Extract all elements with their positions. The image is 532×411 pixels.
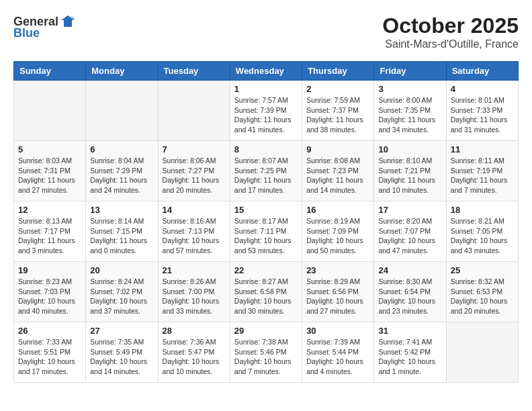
day-info: Sunrise: 8:07 AM Sunset: 7:25 PM Dayligh… (234, 156, 298, 195)
day-number: 8 (234, 144, 298, 154)
day-info: Sunrise: 7:39 AM Sunset: 5:44 PM Dayligh… (306, 337, 369, 377)
day-number: 14 (163, 205, 226, 215)
day-info: Sunrise: 8:04 AM Sunset: 7:29 PM Dayligh… (90, 156, 153, 195)
day-number: 2 (306, 84, 369, 94)
title-area: October 2025 Saint-Mars-d'Outille, Franc… (382, 13, 519, 50)
day-info: Sunrise: 8:24 AM Sunset: 7:02 PM Dayligh… (90, 277, 153, 316)
day-number: 7 (163, 144, 226, 154)
calendar-cell (14, 81, 86, 141)
calendar-table: SundayMondayTuesdayWednesdayThursdayFrid… (13, 61, 519, 383)
calendar-cell (158, 81, 230, 141)
calendar-cell: 24Sunrise: 8:30 AM Sunset: 6:54 PM Dayli… (374, 262, 446, 322)
day-info: Sunrise: 8:23 AM Sunset: 7:03 PM Dayligh… (18, 277, 81, 316)
day-number: 30 (306, 326, 369, 336)
day-info: Sunrise: 8:26 AM Sunset: 7:00 PM Dayligh… (163, 277, 226, 316)
day-number: 20 (90, 265, 153, 275)
calendar-cell (446, 322, 518, 383)
logo-blue: Blue (13, 27, 40, 39)
calendar-cell: 6Sunrise: 8:04 AM Sunset: 7:29 PM Daylig… (86, 141, 158, 201)
calendar-cell: 13Sunrise: 8:14 AM Sunset: 7:15 PM Dayli… (86, 201, 158, 262)
calendar-cell: 9Sunrise: 8:08 AM Sunset: 7:23 PM Daylig… (302, 141, 374, 201)
day-number: 27 (90, 326, 153, 336)
weekday-header-monday: Monday (86, 62, 158, 81)
calendar-cell (86, 81, 158, 141)
day-info: Sunrise: 8:10 AM Sunset: 7:21 PM Dayligh… (378, 156, 441, 195)
calendar-cell: 27Sunrise: 7:35 AM Sunset: 5:49 PM Dayli… (86, 322, 158, 383)
header: General Blue October 2025 Saint-Mars-d'O… (13, 13, 519, 50)
calendar-week-row: 1Sunrise: 7:57 AM Sunset: 7:39 PM Daylig… (14, 81, 519, 141)
day-number: 13 (90, 205, 153, 215)
day-info: Sunrise: 7:35 AM Sunset: 5:49 PM Dayligh… (90, 337, 153, 377)
calendar-cell: 20Sunrise: 8:24 AM Sunset: 7:02 PM Dayli… (86, 262, 158, 322)
weekday-header-thursday: Thursday (302, 62, 374, 81)
day-number: 10 (378, 144, 441, 154)
calendar-cell: 31Sunrise: 7:41 AM Sunset: 5:42 PM Dayli… (374, 322, 446, 383)
calendar-cell: 16Sunrise: 8:19 AM Sunset: 7:09 PM Dayli… (302, 201, 374, 262)
day-number: 5 (18, 144, 81, 154)
calendar-cell: 4Sunrise: 8:01 AM Sunset: 7:33 PM Daylig… (446, 81, 518, 141)
month-title: October 2025 (382, 13, 519, 38)
calendar-cell: 10Sunrise: 8:10 AM Sunset: 7:21 PM Dayli… (374, 141, 446, 201)
day-number: 6 (90, 144, 153, 154)
day-info: Sunrise: 7:59 AM Sunset: 7:37 PM Dayligh… (306, 95, 369, 135)
day-number: 11 (451, 144, 514, 154)
day-info: Sunrise: 7:41 AM Sunset: 5:42 PM Dayligh… (378, 337, 441, 377)
calendar-cell: 3Sunrise: 8:00 AM Sunset: 7:35 PM Daylig… (374, 81, 446, 141)
calendar-cell: 11Sunrise: 8:11 AM Sunset: 7:19 PM Dayli… (446, 141, 518, 201)
weekday-header-saturday: Saturday (446, 62, 518, 81)
calendar-cell: 2Sunrise: 7:59 AM Sunset: 7:37 PM Daylig… (302, 81, 374, 141)
day-info: Sunrise: 7:38 AM Sunset: 5:46 PM Dayligh… (234, 337, 298, 377)
calendar-cell: 14Sunrise: 8:16 AM Sunset: 7:13 PM Dayli… (158, 201, 230, 262)
day-number: 18 (451, 205, 514, 215)
weekday-header-row: SundayMondayTuesdayWednesdayThursdayFrid… (14, 62, 519, 81)
calendar-cell: 15Sunrise: 8:17 AM Sunset: 7:11 PM Dayli… (230, 201, 302, 262)
day-number: 16 (306, 205, 369, 215)
calendar-cell: 7Sunrise: 8:06 AM Sunset: 7:27 PM Daylig… (158, 141, 230, 201)
day-number: 9 (306, 144, 369, 154)
calendar-cell: 28Sunrise: 7:36 AM Sunset: 5:47 PM Dayli… (158, 322, 230, 383)
calendar-cell: 1Sunrise: 7:57 AM Sunset: 7:39 PM Daylig… (230, 81, 302, 141)
day-number: 26 (18, 326, 81, 336)
day-info: Sunrise: 8:29 AM Sunset: 6:56 PM Dayligh… (306, 277, 369, 316)
weekday-header-sunday: Sunday (14, 62, 86, 81)
day-info: Sunrise: 8:30 AM Sunset: 6:54 PM Dayligh… (378, 277, 441, 316)
day-number: 17 (378, 205, 441, 215)
day-number: 15 (234, 205, 298, 215)
weekday-header-wednesday: Wednesday (230, 62, 302, 81)
calendar-cell: 23Sunrise: 8:29 AM Sunset: 6:56 PM Dayli… (302, 262, 374, 322)
day-info: Sunrise: 7:33 AM Sunset: 5:51 PM Dayligh… (18, 337, 81, 377)
weekday-header-tuesday: Tuesday (158, 62, 230, 81)
calendar-cell: 8Sunrise: 8:07 AM Sunset: 7:25 PM Daylig… (230, 141, 302, 201)
day-info: Sunrise: 7:57 AM Sunset: 7:39 PM Dayligh… (234, 95, 298, 135)
day-info: Sunrise: 8:03 AM Sunset: 7:31 PM Dayligh… (18, 156, 81, 195)
calendar-cell: 18Sunrise: 8:21 AM Sunset: 7:05 PM Dayli… (446, 201, 518, 262)
day-info: Sunrise: 8:20 AM Sunset: 7:07 PM Dayligh… (378, 216, 441, 256)
day-info: Sunrise: 8:17 AM Sunset: 7:11 PM Dayligh… (234, 216, 298, 256)
day-number: 29 (234, 326, 298, 336)
location-title: Saint-Mars-d'Outille, France (382, 38, 519, 50)
day-info: Sunrise: 8:06 AM Sunset: 7:27 PM Dayligh… (163, 156, 226, 195)
calendar-cell: 25Sunrise: 8:32 AM Sunset: 6:53 PM Dayli… (446, 262, 518, 322)
calendar-cell: 19Sunrise: 8:23 AM Sunset: 7:03 PM Dayli… (14, 262, 86, 322)
day-number: 3 (378, 84, 441, 94)
calendar-cell: 26Sunrise: 7:33 AM Sunset: 5:51 PM Dayli… (14, 322, 86, 383)
day-number: 21 (163, 265, 226, 275)
day-info: Sunrise: 8:27 AM Sunset: 6:58 PM Dayligh… (234, 277, 298, 316)
day-info: Sunrise: 7:36 AM Sunset: 5:47 PM Dayligh… (163, 337, 226, 377)
day-number: 4 (451, 84, 514, 94)
calendar-cell: 17Sunrise: 8:20 AM Sunset: 7:07 PM Dayli… (374, 201, 446, 262)
day-number: 25 (451, 265, 514, 275)
logo-icon (60, 13, 76, 30)
day-info: Sunrise: 8:13 AM Sunset: 7:17 PM Dayligh… (18, 216, 81, 256)
calendar-cell: 22Sunrise: 8:27 AM Sunset: 6:58 PM Dayli… (230, 262, 302, 322)
day-number: 19 (18, 265, 81, 275)
day-info: Sunrise: 8:16 AM Sunset: 7:13 PM Dayligh… (163, 216, 226, 256)
day-info: Sunrise: 8:21 AM Sunset: 7:05 PM Dayligh… (451, 216, 514, 256)
day-info: Sunrise: 8:32 AM Sunset: 6:53 PM Dayligh… (451, 277, 514, 316)
day-number: 23 (306, 265, 369, 275)
calendar-cell: 30Sunrise: 7:39 AM Sunset: 5:44 PM Dayli… (302, 322, 374, 383)
day-info: Sunrise: 8:19 AM Sunset: 7:09 PM Dayligh… (306, 216, 369, 256)
calendar-cell: 29Sunrise: 7:38 AM Sunset: 5:46 PM Dayli… (230, 322, 302, 383)
calendar-week-row: 19Sunrise: 8:23 AM Sunset: 7:03 PM Dayli… (14, 262, 519, 322)
day-info: Sunrise: 8:14 AM Sunset: 7:15 PM Dayligh… (90, 216, 153, 256)
